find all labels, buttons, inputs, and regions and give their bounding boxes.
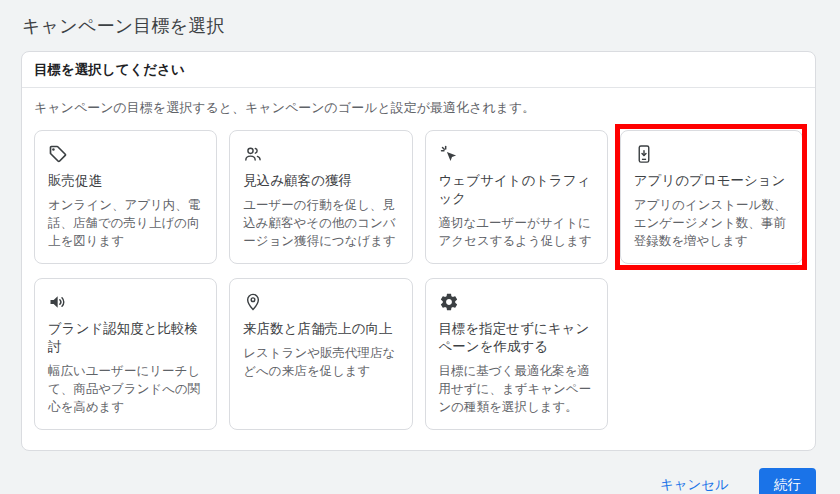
cursor-traffic-icon [439,144,459,164]
goal-description: アプリのインストール数、エンゲージメント数、事前登録数を増やします [634,197,789,250]
footer-actions: キャンセル 続行 [21,468,816,494]
goal-card-leads[interactable]: 見込み顧客の獲得 ユーザーの行動を促し、見込み顧客やその他のコンバージョン獲得に… [229,130,412,264]
goal-description: 目標に基づく最適化案を適用せずに、まずキャンペーンの種類を選択します。 [439,363,594,416]
goal-card-brand-awareness[interactable]: ブランド認知度と比較検討 幅広いユーザーにリーチして、商品やブランドへの関心を高… [34,278,217,430]
goals-grid: 販売促進 オンライン、アプリ内、電話、店舗での売り上げの向上を図ります 見込み顧… [34,130,803,430]
goal-title: 見込み顧客の獲得 [243,172,398,190]
panel-header: 目標を選択してください [22,52,815,88]
gear-icon [439,292,459,312]
goal-title: 目標を指定せずにキャンペーンを作成する [439,320,594,356]
goal-card-store-visits[interactable]: 来店数と店舗売上の向上 レストランや販売代理店などへの来店を促します [229,278,412,430]
goal-selection-panel: 目標を選択してください キャンペーンの目標を選択すると、キャンペーンのゴールと設… [21,51,816,451]
goal-title: ウェブサイトのトラフィック [439,172,594,208]
goal-card-website-traffic[interactable]: ウェブサイトのトラフィック 適切なユーザーがサイトにアクセスするよう促します [425,130,608,264]
goal-description: 幅広いユーザーにリーチして、商品やブランドへの関心を高めます [48,363,203,416]
leads-people-icon [243,144,263,164]
continue-button[interactable]: 続行 [759,468,816,494]
sell-tag-icon [48,144,68,164]
goal-title: 来店数と店舗売上の向上 [243,320,398,338]
goal-description: レストランや販売代理店などへの来店を促します [243,345,398,381]
panel-body: キャンペーンの目標を選択すると、キャンペーンのゴールと設定が最適化されます。 販… [22,88,815,450]
goal-description: 適切なユーザーがサイトにアクセスするよう促します [439,215,594,251]
goal-description: オンライン、アプリ内、電話、店舗での売り上げの向上を図ります [48,197,203,250]
goal-card-no-goal[interactable]: 目標を指定せずにキャンペーンを作成する 目標に基づく最適化案を適用せずに、まずキ… [425,278,608,430]
goal-card-sales[interactable]: 販売促進 オンライン、アプリ内、電話、店舗での売り上げの向上を図ります [34,130,217,264]
app-install-icon [634,144,654,164]
cancel-button[interactable]: キャンセル [660,476,729,494]
goal-title: ブランド認知度と比較検討 [48,320,203,356]
page-title: キャンペーン目標を選択 [0,0,840,38]
location-pin-icon [243,292,263,312]
speaker-icon [48,292,68,312]
goal-description: ユーザーの行動を促し、見込み顧客やその他のコンバージョン獲得につなげます [243,197,398,250]
goal-card-app-promotion[interactable]: アプリのプロモーション アプリのインストール数、エンゲージメント数、事前登録数を… [620,130,803,264]
panel-description: キャンペーンの目標を選択すると、キャンペーンのゴールと設定が最適化されます。 [34,99,803,117]
goal-title: アプリのプロモーション [634,172,789,190]
goal-title: 販売促進 [48,172,203,190]
